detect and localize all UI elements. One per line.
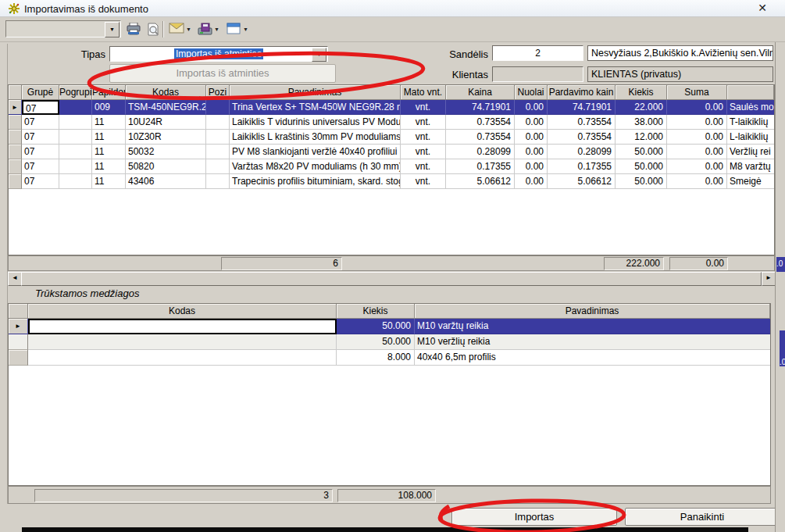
klientas-input[interactable] [492,66,583,82]
table-row[interactable]: ► 50.000 M10 varžtų reikia [9,319,770,334]
scroll-right-icon[interactable]: ► [762,272,776,286]
column-header-suma[interactable]: Suma [667,85,727,100]
cell-pozi[interactable] [206,100,230,115]
cell-kiekis[interactable]: 50.000 [337,334,415,350]
cell-kodas[interactable]: 10Z30R [126,130,206,145]
cell-kaina[interactable]: 0.73554 [446,130,515,145]
cancel-button[interactable]: Panaikinti [625,508,780,526]
cell-pozi[interactable] [206,115,230,130]
column-header-papildom[interactable]: Papildom [92,85,126,100]
cell-papildom[interactable]: 11 [92,115,126,130]
cell-kaina[interactable]: 0.73554 [446,115,515,130]
column-header-pavadinimas[interactable]: Pavadinimas [230,85,401,100]
cell-kiekis[interactable]: 38.000 [616,115,667,130]
cell-pozi[interactable] [206,130,230,145]
mail-dropdown-icon[interactable]: ▼ [186,27,194,32]
cell-pardavimo[interactable]: 0.28099 [548,145,616,159]
cell-kodas[interactable] [28,319,337,334]
cell-extra[interactable]: Veržlių rei [727,145,774,159]
column-header-nuolai[interactable]: Nuolai [515,85,548,100]
cell-papildom[interactable]: 11 [92,130,126,145]
cell-extra[interactable]: Saulės mo [727,100,774,115]
cell-pardavimo[interactable]: 0.73554 [548,130,616,145]
table-row[interactable]: 07 11 50820 Varžtas M8x20 PV moduliams (… [9,159,774,174]
cell-nuolai[interactable]: 0.00 [515,115,548,130]
cell-grupe[interactable]: 07 [22,100,59,115]
row-selector[interactable] [9,115,22,130]
cell-pozi[interactable] [206,145,230,159]
cell-pozi[interactable] [206,159,230,174]
cell-suma[interactable]: 0.00 [667,100,727,115]
print-preview-button[interactable] [144,20,162,38]
cell-pogrupis[interactable] [59,145,92,159]
cell-pogrupis[interactable] [59,159,92,174]
cell-pardavimo[interactable]: 5.06612 [548,174,616,189]
cell-grupe[interactable]: 07 [22,174,59,189]
cell-suma[interactable]: 0.00 [667,145,727,159]
cell-pardavimo[interactable]: 0.73554 [548,115,616,130]
cell-nuolai[interactable]: 0.00 [515,100,548,115]
cell-kodas[interactable]: 50820 [126,159,206,174]
cell-kodas[interactable]: 50032 [126,145,206,159]
cell-pardavimo[interactable]: 0.17355 [548,159,616,174]
cell-extra[interactable]: L-laikiklių [727,130,774,145]
row-selector[interactable] [9,334,28,350]
row-selector[interactable] [9,145,22,159]
cell-kaina[interactable]: 0.17355 [446,159,515,174]
import-button[interactable]: Importas [451,508,617,526]
cell-pavadinimas[interactable]: Laikiklis L kraštinis 30mm PV moduliams … [230,130,401,145]
column-header-kiekis[interactable]: Kiekis [616,85,667,100]
cell-kiekis[interactable]: 50.000 [616,174,667,189]
export-dropdown-icon[interactable]: ▼ [214,27,222,32]
column-header-grupe[interactable]: Grupė [22,85,59,100]
cell-grupe[interactable]: 07 [22,145,59,159]
close-icon[interactable]: ✕ [754,2,771,16]
cell-suma[interactable]: 0.00 [667,130,727,145]
cell-pogrupis[interactable] [59,115,92,130]
cell-kiekis[interactable]: 22.000 [616,100,667,115]
table-row[interactable]: 50.000 M10 veržlių reikia [9,334,770,350]
cell-nuolai[interactable]: 0.00 [515,145,548,159]
cell-grupe[interactable]: 07 [22,115,59,130]
row-selector[interactable] [9,174,22,189]
cell-kodas[interactable]: TSM-450NEG9R.2 [126,100,206,115]
cell-kaina[interactable]: 0.28099 [446,145,515,159]
column-header-pardavimo-kaina[interactable]: Pardavimo kain [548,85,616,100]
row-selector[interactable] [9,159,22,174]
cell-pavadinimas[interactable]: Trina Vertex S+ TSM-450W NEG9R.28 m [230,100,401,115]
new-window-button[interactable] [224,20,243,38]
cell-nuolai[interactable]: 0.00 [515,130,548,145]
row-selector[interactable] [9,350,28,366]
cell-suma[interactable]: 0.00 [667,159,727,174]
cell-pogrupis[interactable] [59,174,92,189]
cell-papildom[interactable]: 11 [92,145,126,159]
table-row[interactable]: 8.000 40x40 6,5m profilis [9,350,770,366]
cell-mato[interactable]: vnt. [401,145,446,159]
cell-pogrupis[interactable] [59,130,92,145]
sandelis-input[interactable]: 2 [492,45,583,61]
import-from-memory-button[interactable]: Importas iš atminties [109,64,336,83]
cell-pavadinimas[interactable]: PV M8 slankiojanti veržlė 40x40 profiliu… [230,145,401,159]
row-selector[interactable] [9,130,22,145]
cell-pavadinimas[interactable]: 40x40 6,5m profilis [415,350,770,366]
cell-kaina[interactable]: 74.71901 [446,100,515,115]
cell-kodas[interactable] [28,334,337,350]
column-header-pavadinimas[interactable]: Pavadinimas [415,304,770,319]
table-row[interactable]: 07 11 50032 PV M8 slankiojanti veržlė 40… [9,145,774,159]
scroll-left-icon[interactable]: ◄ [8,272,22,286]
cell-kiekis[interactable]: 50.000 [616,145,667,159]
report-combobox[interactable]: ▼ [5,20,121,37]
scrollbar-thumb[interactable] [21,272,762,286]
cell-mato[interactable]: vnt. [401,174,446,189]
cell-kiekis[interactable]: 8.000 [337,350,415,366]
column-header-extra[interactable] [727,85,774,100]
column-header-kaina[interactable]: Kaina [446,85,515,100]
cell-kiekis[interactable]: 50.000 [616,159,667,174]
cell-mato[interactable]: vnt. [401,130,446,145]
tipas-combobox[interactable]: Importas iš atminties ▼ [109,46,328,62]
column-header-mato-vnt[interactable]: Mato vnt. [401,85,446,100]
cell-mato[interactable]: vnt. [401,100,446,115]
cell-pardavimo[interactable]: 74.71901 [548,100,616,115]
column-header-pozi[interactable]: Pozi [206,85,230,100]
cell-papildom[interactable]: 11 [92,159,126,174]
